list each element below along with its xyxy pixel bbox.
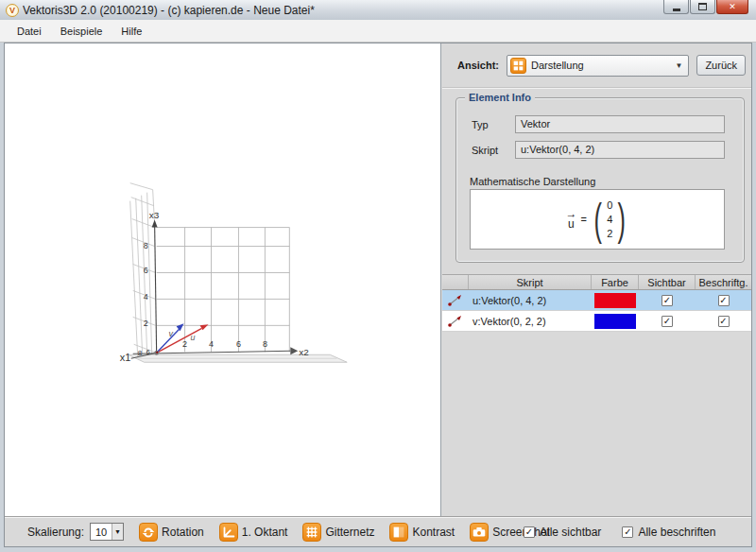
menu-item-hilfe[interactable]: Hilfe <box>112 23 151 40</box>
rotation-button[interactable]: Rotation <box>139 523 204 542</box>
skript-field[interactable]: u:Vektor(0, 4, 2) <box>515 141 725 159</box>
close-button[interactable]: ✕ <box>716 0 748 14</box>
window-controls: ✕ <box>662 0 748 14</box>
alle-beschriften-label: Alle beschriften <box>638 526 715 539</box>
vector-components: 0 4 2 <box>607 198 612 241</box>
table-row[interactable]: v:Vektor(0, 2, 2) ✓ ✓ <box>442 311 751 332</box>
math-darstellung-label: Mathematische Darstellung <box>470 176 595 187</box>
svg-text:8: 8 <box>144 241 148 250</box>
maximize-icon <box>698 3 707 10</box>
oktant-button[interactable]: 1. Oktant <box>219 523 288 542</box>
vector-symbol: → u <box>565 209 576 230</box>
header-skript: Skript <box>469 275 592 289</box>
maximize-button[interactable] <box>690 0 715 14</box>
application-window: V Vektoris3D 2.0 (20100219) - (c) kapier… <box>0 0 756 552</box>
typ-row: Typ Vektor <box>472 115 725 133</box>
row-skript: u:Vektor(0, 4, 2) <box>469 290 592 310</box>
sichtbar-checkbox[interactable]: ✓ <box>662 295 673 306</box>
ansicht-label: Ansicht: <box>457 60 499 71</box>
svg-text:4: 4 <box>144 292 148 302</box>
header-icon-col <box>442 275 469 289</box>
vector-arrow-icon <box>442 290 469 310</box>
skript-label: Skript <box>472 145 515 156</box>
chevron-down-icon: ▼ <box>112 524 123 540</box>
tool-label: Kontrast <box>412 526 455 539</box>
vector-plot: x3 x2 x1 2 4 6 8 2 4 6 8 8 6 <box>5 43 440 485</box>
typ-label: Typ <box>472 119 515 130</box>
color-swatch[interactable] <box>594 293 636 308</box>
sichtbar-checkbox[interactable]: ✓ <box>662 316 673 327</box>
app-logo-icon: V <box>6 4 19 17</box>
x2x3-grid <box>157 228 290 353</box>
x3-axis-label: x3 <box>149 210 160 220</box>
math-display: → u = ( 0 4 2 ) <box>470 189 725 250</box>
svg-text:8: 8 <box>263 339 267 349</box>
svg-text:8: 8 <box>138 349 143 357</box>
vector-v-label: v <box>169 329 174 338</box>
tool-label: 1. Oktant <box>242 526 288 539</box>
gitternetz-button[interactable]: Gitternetz <box>302 523 374 542</box>
header-farbe: Farbe <box>592 275 639 289</box>
view-bar: Ansicht: Darstellung ▼ Zurück <box>442 43 751 88</box>
x1-axis-label: x1 <box>120 352 131 363</box>
equals-sign: = <box>580 214 586 225</box>
vector-v-arrowhead <box>177 323 184 331</box>
rotation-icon <box>139 523 158 542</box>
beschriftg-checkbox[interactable]: ✓ <box>718 316 730 327</box>
kontrast-button[interactable]: Kontrast <box>389 523 455 542</box>
table-row[interactable]: u:Vektor(0, 4, 2) ✓ ✓ <box>442 290 751 311</box>
row-beschriftg-cell: ✓ <box>696 290 751 310</box>
darstellung-grid-icon <box>510 58 526 74</box>
client-area: x3 x2 x1 2 4 6 8 2 4 6 8 8 6 <box>4 43 752 547</box>
table-header-row: Skript Farbe Sichtbar Beschriftg. <box>442 274 751 290</box>
global-checkboxes: ✓ Alle sichtbar ✓ Alle beschriften <box>524 526 715 539</box>
row-skript: v:Vektor(0, 2, 2) <box>469 311 592 331</box>
skalierung-select[interactable]: 10 ▼ <box>90 523 124 541</box>
alle-sichtbar-label: Alle sichtbar <box>540 526 601 539</box>
vector-v: v <box>157 323 184 353</box>
toolbar-left: Skalierung: 10 ▼ Rotation 1. Oktant <box>27 523 550 542</box>
row-color-cell[interactable] <box>592 311 639 331</box>
tool-label: Rotation <box>162 526 204 539</box>
view-select[interactable]: Darstellung ▼ <box>507 55 689 77</box>
svg-text:6: 6 <box>144 266 148 275</box>
element-info-title: Element Info <box>465 92 535 103</box>
close-icon: ✕ <box>729 2 736 11</box>
alle-beschriften-toggle[interactable]: ✓ Alle beschriften <box>622 526 715 539</box>
open-paren: ( <box>593 198 601 240</box>
axes <box>131 220 299 359</box>
menu-bar: Datei Beispiele Hilfe <box>0 20 756 43</box>
bottom-toolbar: Skalierung: 10 ▼ Rotation 1. Oktant <box>5 516 751 546</box>
view-select-value: Darstellung <box>526 60 672 71</box>
minimize-button[interactable] <box>663 0 689 14</box>
alle-beschriften-checkbox[interactable]: ✓ <box>622 526 633 538</box>
svg-text:2: 2 <box>182 339 187 349</box>
zurueck-button[interactable]: Zurück <box>696 55 746 76</box>
element-info-group: Element Info Typ Vektor Skript u:Vektor(… <box>455 97 745 263</box>
vector-u-label: u <box>191 333 196 342</box>
skript-row: Skript u:Vektor(0, 4, 2) <box>472 141 725 159</box>
contrast-icon <box>389 523 408 542</box>
color-swatch[interactable] <box>594 314 636 329</box>
typ-field[interactable]: Vektor <box>515 115 725 133</box>
alle-sichtbar-toggle[interactable]: ✓ Alle sichtbar <box>524 526 601 539</box>
vector-arrow-icon <box>442 311 469 331</box>
tool-label: Gitternetz <box>325 526 374 539</box>
header-beschriftg: Beschriftg. <box>696 275 751 289</box>
menu-item-datei[interactable]: Datei <box>8 23 51 40</box>
minimize-icon <box>673 9 680 11</box>
chevron-down-icon: ▼ <box>672 61 685 70</box>
x2-axis-label: x2 <box>299 347 309 357</box>
svg-text:4: 4 <box>209 339 214 349</box>
screenshot-icon <box>470 523 489 542</box>
skalierung-value: 10 <box>91 526 112 538</box>
beschriftg-checkbox[interactable]: ✓ <box>718 295 730 306</box>
window-title: Vektoris3D 2.0 (20100219) - (c) kapieren… <box>23 4 662 17</box>
row-color-cell[interactable] <box>592 290 639 310</box>
alle-sichtbar-checkbox[interactable]: ✓ <box>524 526 535 538</box>
menu-item-beispiele[interactable]: Beispiele <box>51 23 112 40</box>
svg-text:6: 6 <box>146 349 150 355</box>
header-sichtbar: Sichtbar <box>639 275 696 289</box>
row-beschriftg-cell: ✓ <box>696 311 751 331</box>
plot-canvas[interactable]: x3 x2 x1 2 4 6 8 2 4 6 8 8 6 <box>5 43 441 516</box>
